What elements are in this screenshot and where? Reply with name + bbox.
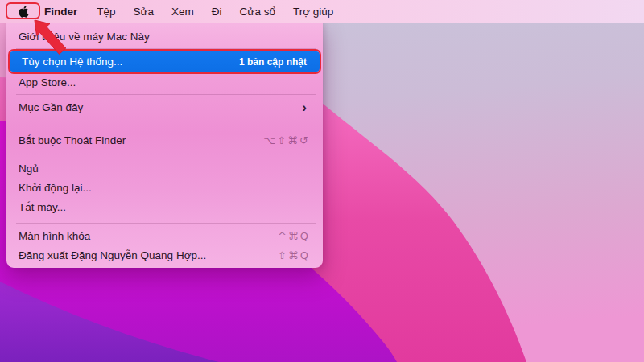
menu-item-lock-screen[interactable]: Màn hình khóa ^⌘Q — [6, 226, 323, 245]
keyboard-shortcut: ⇧⌘Q — [278, 249, 310, 261]
menu-separator — [16, 125, 316, 125]
menu-separator — [16, 223, 316, 224]
menubar-item-file[interactable]: Tệp — [88, 6, 124, 18]
menubar-item-help[interactable]: Trợ giúp — [284, 6, 342, 18]
menu-item-label: Ngủ — [19, 162, 39, 175]
menu-bar: Finder Tệp Sửa Xem Đi Cửa sổ Trợ giúp — [0, 0, 644, 23]
menu-item-force-quit-finder[interactable]: Bắt buộc Thoát Finder ⌥⇧⌘↺ — [6, 130, 323, 150]
submenu-chevron-icon: › — [302, 101, 310, 114]
menubar-item-go[interactable]: Đi — [203, 6, 231, 18]
menu-item-label: Mục Gần đây — [19, 101, 83, 113]
menu-separator — [16, 154, 316, 154]
menu-item-shut-down[interactable]: Tắt máy... — [6, 197, 323, 216]
menu-item-restart[interactable]: Khởi động lại... — [6, 178, 323, 197]
menu-item-log-out[interactable]: Đăng xuất Đặng Nguyễn Quang Hợp... ⇧⌘Q — [6, 245, 323, 265]
menu-item-system-preferences[interactable]: Tùy chọn Hệ thống... 1 bản cập nhật — [10, 51, 320, 72]
menu-item-label: Khởi động lại... — [19, 182, 92, 194]
menu-item-label: Giới thiệu về máy Mac Này — [19, 31, 150, 43]
menu-item-sleep[interactable]: Ngủ — [6, 158, 323, 178]
menu-item-about-this-mac[interactable]: Giới thiệu về máy Mac Này — [6, 27, 323, 46]
menubar-item-edit[interactable]: Sửa — [125, 6, 163, 18]
menu-item-recent-items[interactable]: Mục Gần đây › — [6, 97, 323, 117]
keyboard-shortcut: ^⌘Q — [278, 230, 310, 242]
keyboard-shortcut: ⌥⇧⌘↺ — [263, 134, 310, 146]
menu-item-label: Tắt máy... — [19, 201, 66, 213]
menu-item-label: Tùy chọn Hệ thống... — [22, 56, 122, 68]
menubar-item-view[interactable]: Xem — [163, 6, 203, 18]
menubar-item-finder[interactable]: Finder — [35, 6, 88, 18]
menu-item-app-store[interactable]: App Store... — [6, 72, 323, 92]
menu-item-label: Bắt buộc Thoát Finder — [19, 134, 126, 146]
menu-item-label: App Store... — [19, 76, 76, 88]
menu-item-label: Đăng xuất Đặng Nguyễn Quang Hợp... — [19, 249, 206, 261]
menubar-item-window[interactable]: Cửa sổ — [231, 6, 284, 18]
apple-logo-icon — [18, 5, 30, 19]
apple-menu-button[interactable] — [11, 5, 35, 19]
menu-separator — [16, 94, 316, 95]
menu-separator — [16, 48, 316, 49]
update-count-badge: 1 bản cập nhật — [239, 56, 307, 68]
menu-item-label: Màn hình khóa — [19, 230, 90, 242]
apple-menu-dropdown: Giới thiệu về máy Mac Này Tùy chọn Hệ th… — [6, 23, 323, 268]
